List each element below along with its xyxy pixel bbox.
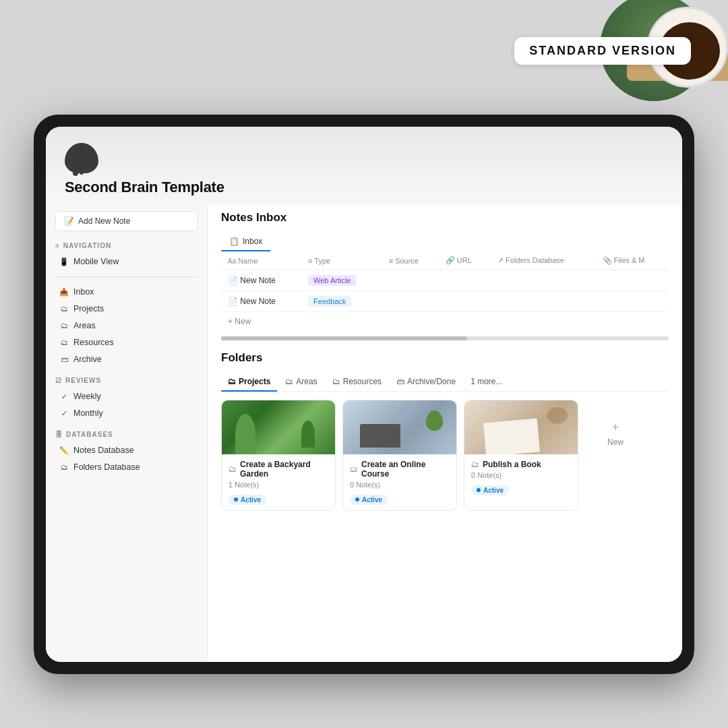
row2-source bbox=[382, 291, 439, 312]
active-dot-book bbox=[477, 488, 481, 492]
card-name-row-course: 🗂 Create an Online Course bbox=[350, 460, 450, 479]
projects-icon: 🗂 bbox=[59, 304, 69, 313]
sidebar-item-weekly[interactable]: ✓ Weekly bbox=[55, 388, 198, 404]
active-badge-course: Active bbox=[350, 495, 388, 505]
project-card-book[interactable]: 🗂 Publish a Book 0 Note(s) Active bbox=[464, 400, 578, 511]
folders-col-icon: ↗ bbox=[497, 256, 504, 264]
inbox-icon: 📥 bbox=[59, 287, 69, 297]
sidebar-item-mobile-view[interactable]: 📱 Mobile View bbox=[55, 253, 198, 270]
decorative-top-right bbox=[553, 0, 728, 135]
folders-tabs: 🗂 Projects 🗂 Areas 🗂 Resources 🗃 bbox=[221, 373, 669, 392]
horizontal-scrollbar[interactable] bbox=[221, 336, 669, 340]
checkbox-icon: ☑ bbox=[55, 377, 62, 384]
sidebar-item-projects[interactable]: 🗂 Projects bbox=[55, 301, 198, 317]
sidebar-item-notes-database[interactable]: ✏️ Notes Database bbox=[55, 442, 198, 458]
sidebar-divider-1 bbox=[55, 276, 198, 277]
screen-body: 📝 Add New Note ≡ NAVIGATION 📱 Mobile Vie… bbox=[46, 204, 682, 662]
card-name-row-book: 🗂 Publish a Book bbox=[471, 460, 571, 469]
card-folder-icon-garden: 🗂 bbox=[229, 464, 237, 474]
navigation-section: ≡ NAVIGATION 📱 Mobile View 📥 Inbox 🗂 bbox=[55, 242, 198, 367]
folder-tab-resources-icon: 🗂 bbox=[332, 377, 340, 386]
inbox-tab-inbox[interactable]: 📋 Inbox bbox=[221, 233, 270, 251]
tablet-screen: Second Brain Template 📝 Add New Note ≡ N… bbox=[46, 127, 682, 662]
resources-icon: 🗂 bbox=[59, 338, 69, 347]
folder-tab-areas-icon: 🗂 bbox=[285, 377, 293, 386]
card-body-garden: 🗂 Create a Backyard Garden 1 Note(s) Act… bbox=[222, 454, 335, 510]
type-col-icon: ≡ bbox=[308, 257, 312, 265]
project-card-course[interactable]: 🗂 Create an Online Course 0 Note(s) Acti… bbox=[342, 400, 457, 511]
nav-section-title: ≡ NAVIGATION bbox=[55, 242, 198, 249]
col-source: ≡ Source bbox=[382, 251, 439, 270]
row2-type: Feedback bbox=[301, 291, 382, 312]
card-notes-book: 0 Note(s) bbox=[471, 471, 571, 479]
notes-inbox-title: Notes Inbox bbox=[221, 211, 669, 224]
reviews-section-title: ☑ REVIEWS bbox=[55, 377, 198, 384]
row2-name[interactable]: 📄 New Note bbox=[221, 291, 301, 312]
col-name: Aa Name bbox=[221, 251, 301, 270]
folders-db-icon: 🗂 bbox=[59, 462, 69, 472]
source-col-icon: ≡ bbox=[389, 257, 393, 265]
pencil-icon: ✏️ bbox=[59, 446, 69, 455]
sidebar-item-areas[interactable]: 🗂 Areas bbox=[55, 317, 198, 334]
type-badge-web: Web Article bbox=[308, 275, 356, 286]
row1-files bbox=[596, 270, 669, 291]
card-image-laptop bbox=[343, 400, 456, 454]
notes-table-header: Aa Name ≡ Type ≡ Source bbox=[221, 251, 669, 270]
archive-icon: 🗃 bbox=[59, 355, 69, 364]
folder-tab-resources[interactable]: 🗂 Resources bbox=[326, 373, 388, 392]
card-image-garden bbox=[222, 400, 335, 454]
name-col-icon: Aa bbox=[228, 257, 236, 265]
app-title: Second Brain Template bbox=[65, 179, 663, 196]
folder-tab-areas[interactable]: 🗂 Areas bbox=[278, 373, 324, 392]
row1-name[interactable]: 📄 New Note bbox=[221, 270, 301, 291]
card-title-course: Create an Online Course bbox=[361, 460, 450, 479]
files-col-icon: 📎 bbox=[603, 256, 612, 264]
type-badge-feedback: Feedback bbox=[308, 296, 351, 307]
folder-tab-archive[interactable]: 🗃 Archive/Done bbox=[390, 373, 462, 392]
card-title-garden: Create a Backyard Garden bbox=[240, 460, 328, 479]
col-files: 📎 Files & M bbox=[596, 251, 669, 270]
add-note-icon: 📝 bbox=[64, 216, 74, 226]
folder-tab-archive-icon: 🗃 bbox=[396, 377, 404, 386]
folder-tab-projects[interactable]: 🗂 Projects bbox=[221, 373, 277, 392]
col-type: ≡ Type bbox=[301, 251, 382, 270]
inbox-tab-icon: 📋 bbox=[229, 237, 239, 246]
sidebar-item-resources[interactable]: 🗂 Resources bbox=[55, 334, 198, 351]
sidebar-item-folders-database[interactable]: 🗂 Folders Database bbox=[55, 459, 198, 475]
add-new-row-button[interactable]: + New bbox=[221, 312, 669, 331]
card-folder-icon-book: 🗂 bbox=[471, 460, 479, 469]
row2-url bbox=[439, 291, 491, 312]
card-notes-garden: 1 Note(s) bbox=[229, 481, 328, 489]
table-row: 📄 New Note Feedback bbox=[221, 291, 669, 312]
db-icon: 🗄 bbox=[55, 431, 63, 438]
sidebar-item-monthly[interactable]: ✓ Monthly bbox=[55, 405, 198, 421]
add-new-note-button[interactable]: 📝 Add New Note bbox=[55, 211, 198, 231]
folder-tab-more[interactable]: 1 more... bbox=[464, 373, 509, 392]
sidebar-item-archive[interactable]: 🗃 Archive bbox=[55, 351, 198, 367]
mobile-icon: 📱 bbox=[59, 257, 69, 266]
folders-title: Folders bbox=[221, 351, 669, 365]
sidebar-item-inbox[interactable]: 📥 Inbox bbox=[55, 284, 198, 300]
tablet-frame: Second Brain Template 📝 Add New Note ≡ N… bbox=[34, 115, 694, 674]
brain-icon bbox=[65, 143, 98, 173]
plus-icon: + bbox=[612, 421, 619, 435]
areas-icon: 🗂 bbox=[59, 321, 69, 330]
col-folders: ↗ Folders Database bbox=[491, 251, 596, 270]
monthly-checkmark-icon: ✓ bbox=[59, 408, 69, 418]
active-badge-book: Active bbox=[471, 485, 509, 495]
add-new-card-button[interactable]: + New bbox=[585, 400, 646, 467]
version-badge: STANDARD VERSION bbox=[514, 37, 691, 65]
databases-section-title: 🗄 DATABASES bbox=[55, 431, 198, 438]
row1-folders bbox=[491, 270, 596, 291]
project-card-garden[interactable]: 🗂 Create a Backyard Garden 1 Note(s) Act… bbox=[221, 400, 336, 511]
row2-files bbox=[596, 291, 669, 312]
note-icon-2: 📄 bbox=[228, 297, 238, 306]
row1-type: Web Article bbox=[301, 270, 382, 291]
row2-folders bbox=[491, 291, 596, 312]
table-row: 📄 New Note Web Article bbox=[221, 270, 669, 291]
project-cards-container: 🗂 Create a Backyard Garden 1 Note(s) Act… bbox=[221, 400, 669, 511]
notes-inbox-section: Notes Inbox 📋 Inbox Aa Name bbox=[221, 211, 669, 340]
card-folder-icon-course: 🗂 bbox=[350, 464, 358, 474]
weekly-checkmark-icon: ✓ bbox=[59, 392, 69, 401]
active-badge-garden: Active bbox=[229, 495, 266, 505]
